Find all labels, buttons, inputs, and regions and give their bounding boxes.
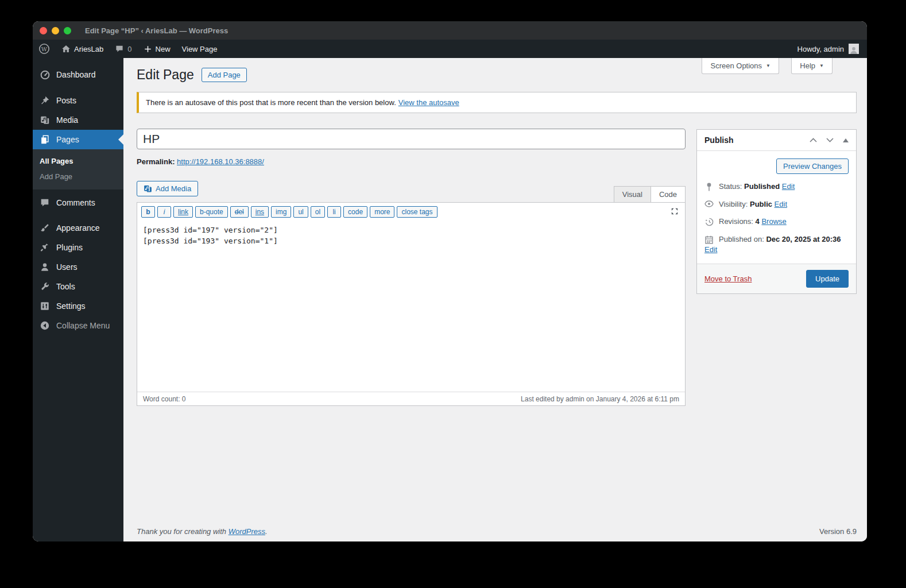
- comments-count: 0: [127, 45, 131, 53]
- wordpress-logo-icon: W: [38, 43, 50, 55]
- fullscreen-icon[interactable]: [670, 207, 679, 218]
- admin-sidebar: Dashboard Posts Media Pages: [33, 58, 123, 541]
- qt-bold-button[interactable]: b: [141, 206, 155, 218]
- avatar[interactable]: [849, 44, 859, 54]
- sidebar-item-collapse-menu[interactable]: Collapse Menu: [33, 316, 123, 335]
- text-editor: b i link b-quote del ins img ul ol li co…: [137, 202, 686, 406]
- minimize-window-button[interactable]: [52, 27, 59, 34]
- howdy-account-link[interactable]: Howdy, admin: [797, 45, 844, 53]
- page-title: Edit Page: [137, 67, 194, 83]
- wordpress-logo-menu[interactable]: W: [33, 40, 56, 58]
- close-window-button[interactable]: [40, 27, 47, 34]
- browse-revisions-link[interactable]: Browse: [761, 217, 786, 226]
- edit-visibility-link[interactable]: Edit: [775, 200, 787, 208]
- qt-ul-button[interactable]: ul: [293, 206, 308, 218]
- permalink-link[interactable]: http://192.168.10.36:8888/: [177, 157, 264, 166]
- help-tab[interactable]: Help ▼: [791, 58, 833, 74]
- sidebar-item-tools[interactable]: Tools: [33, 277, 123, 296]
- status-pin-icon: [704, 183, 714, 191]
- comment-bubble-icon: [115, 44, 124, 53]
- sidebar-item-media[interactable]: Media: [33, 110, 123, 130]
- add-media-button[interactable]: Add Media: [137, 181, 198, 196]
- add-page-button[interactable]: Add Page: [202, 68, 247, 82]
- sidebar-item-dashboard[interactable]: Dashboard: [33, 65, 123, 84]
- sidebar-item-comments[interactable]: Comments: [33, 193, 123, 212]
- qt-blockquote-button[interactable]: b-quote: [195, 206, 228, 218]
- footer-version: Version 6.9: [819, 527, 857, 536]
- qt-ins-button[interactable]: ins: [251, 206, 269, 218]
- quicktags-toolbar: b i link b-quote del ins img ul ol li co…: [137, 203, 685, 220]
- qt-ol-button[interactable]: ol: [311, 206, 325, 218]
- revisions-clock-icon: [704, 218, 714, 226]
- comments-bubble-link[interactable]: 0: [109, 40, 137, 58]
- pushpin-icon: [39, 95, 51, 106]
- settings-sliders-icon: [39, 300, 51, 312]
- qt-italic-button[interactable]: i: [157, 206, 171, 218]
- new-content-menu[interactable]: New: [138, 40, 176, 58]
- sidebar-item-settings[interactable]: Settings: [33, 296, 123, 316]
- sidebar-subitem-add-page[interactable]: Add Page: [33, 169, 123, 184]
- code-tab[interactable]: Code: [651, 186, 686, 203]
- calendar-icon: [704, 235, 714, 244]
- view-autosave-link[interactable]: View the autosave: [398, 98, 459, 107]
- dashboard-icon: [39, 69, 51, 80]
- last-edited: Last edited by admin on January 4, 2026 …: [521, 395, 679, 403]
- window-title: Edit Page “HP” ‹ AriesLab — WordPress: [85, 26, 228, 35]
- brush-icon: [39, 222, 51, 234]
- qt-img-button[interactable]: img: [271, 206, 291, 218]
- home-icon: [61, 44, 71, 53]
- chevron-down-icon: ▼: [819, 63, 824, 68]
- site-name-link[interactable]: AriesLab: [56, 40, 109, 58]
- screen-options-tab[interactable]: Screen Options ▼: [702, 58, 779, 74]
- view-page-link[interactable]: View Page: [176, 40, 223, 58]
- sidebar-subitem-all-pages[interactable]: All Pages: [33, 153, 123, 169]
- editor-statusbar: Word count: 0 Last edited by admin on Ja…: [137, 392, 685, 405]
- update-button[interactable]: Update: [806, 270, 849, 288]
- move-to-trash-link[interactable]: Move to Trash: [704, 274, 752, 283]
- post-title-input[interactable]: [137, 129, 686, 149]
- qt-li-button[interactable]: li: [327, 206, 341, 218]
- comments-icon: [39, 197, 51, 208]
- edit-status-link[interactable]: Edit: [782, 182, 795, 191]
- preview-changes-button[interactable]: Preview Changes: [776, 158, 849, 174]
- qt-more-button[interactable]: more: [370, 206, 394, 218]
- media-icon: [39, 114, 51, 126]
- autosave-notice: There is an autosave of this post that i…: [137, 92, 857, 113]
- plus-icon: [144, 45, 152, 53]
- qt-close-tags-button[interactable]: close tags: [397, 206, 437, 218]
- wp-admin-bar: W AriesLab 0 New View Page Howdy, admin: [33, 40, 867, 58]
- collapse-arrow-icon: [39, 320, 51, 331]
- move-down-icon[interactable]: [826, 138, 834, 142]
- qt-del-button[interactable]: del: [230, 206, 249, 218]
- qt-code-button[interactable]: code: [343, 206, 367, 218]
- sidebar-item-posts[interactable]: Posts: [33, 91, 123, 110]
- move-up-icon[interactable]: [810, 138, 817, 142]
- plug-icon: [39, 242, 51, 253]
- user-silhouette-icon: [850, 46, 858, 54]
- media-icon: [144, 184, 152, 193]
- pages-submenu: All Pages Add Page: [33, 149, 123, 189]
- sidebar-item-users[interactable]: Users: [33, 257, 123, 277]
- toggle-panel-icon[interactable]: [843, 138, 849, 142]
- macos-titlebar: Edit Page “HP” ‹ AriesLab — WordPress: [33, 21, 867, 40]
- word-count: Word count: 0: [143, 395, 185, 403]
- sidebar-item-appearance[interactable]: Appearance: [33, 218, 123, 238]
- publish-title: Publish: [704, 136, 734, 145]
- wordpress-link[interactable]: WordPress: [229, 527, 265, 536]
- content-area: Screen Options ▼ Help ▼ Edit Page Add Pa…: [123, 58, 867, 541]
- sidebar-item-pages[interactable]: Pages: [33, 130, 123, 149]
- svg-text:W: W: [41, 46, 48, 52]
- sidebar-item-plugins[interactable]: Plugins: [33, 238, 123, 257]
- zoom-window-button[interactable]: [64, 27, 71, 34]
- footer-thanks: Thank you for creating with WordPress.: [137, 527, 268, 536]
- post-content-textarea[interactable]: [137, 220, 685, 392]
- qt-link-button[interactable]: link: [173, 206, 193, 218]
- chevron-down-icon: ▼: [766, 63, 771, 68]
- pages-icon: [39, 134, 51, 145]
- user-icon: [39, 261, 51, 273]
- visibility-eye-icon: [704, 200, 714, 207]
- wordpress-admin-window: Edit Page “HP” ‹ AriesLab — WordPress W …: [33, 21, 867, 541]
- permalink: Permalink: http://192.168.10.36:8888/: [137, 157, 264, 166]
- edit-published-date-link[interactable]: Edit: [704, 245, 717, 254]
- visual-tab[interactable]: Visual: [614, 186, 651, 203]
